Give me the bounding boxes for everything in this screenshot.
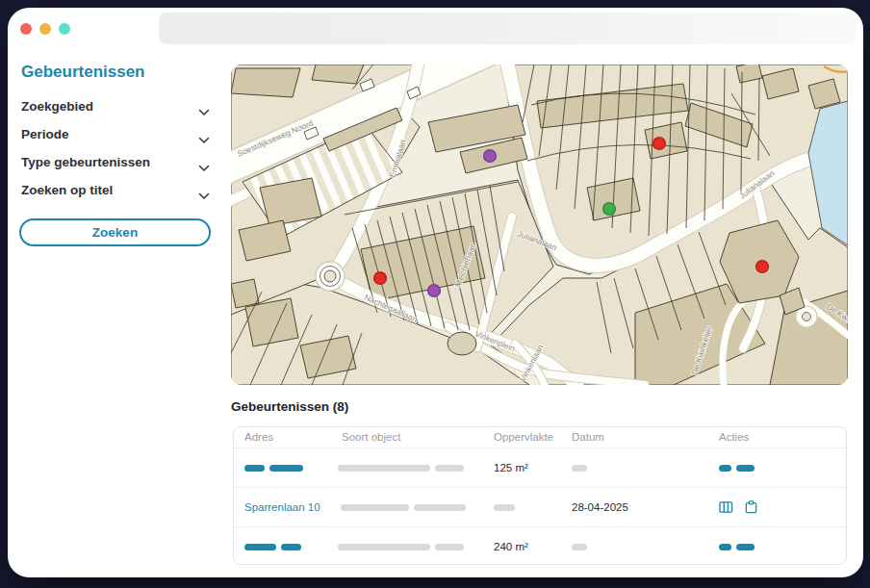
page-background: { "window": { "traffic_lights": ["#f2635… bbox=[0, 0, 870, 588]
adres-skeleton bbox=[244, 462, 308, 473]
filter-type-gebeurtenissen[interactable]: Type gebeurtenissen bbox=[21, 152, 210, 173]
soort-object-skeleton bbox=[341, 501, 471, 513]
filter-zoeken-op-titel[interactable]: Zoeken op titel bbox=[21, 180, 210, 201]
filter-label: Type gebeurtenissen bbox=[21, 155, 150, 169]
browser-window: Gebeurtenissen Zoekgebied Periode Type g… bbox=[8, 8, 863, 577]
oppervlakte-value: 125 m² bbox=[494, 462, 528, 473]
close-window-icon[interactable] bbox=[20, 23, 32, 35]
results-table: Adres Soort object Oppervlakte Datum Act… bbox=[233, 426, 847, 565]
zoeken-button[interactable]: Zoeken bbox=[19, 218, 211, 246]
oppervlakte-skeleton bbox=[494, 501, 520, 513]
page-title: Gebeurtenissen bbox=[21, 63, 145, 82]
chevron-down-icon bbox=[198, 103, 210, 120]
column-header-soort-object: Soort object bbox=[342, 427, 400, 447]
adres-link[interactable]: Sparrenlaan 10 bbox=[244, 501, 320, 513]
clipboard-icon[interactable] bbox=[744, 500, 766, 512]
chevron-down-icon bbox=[198, 159, 210, 176]
datum-value: 28-04-2025 bbox=[572, 501, 628, 513]
filter-label: Zoeken op titel bbox=[21, 183, 113, 197]
acties-skeleton bbox=[719, 541, 759, 552]
filter-zoekgebied[interactable]: Zoekgebied bbox=[21, 96, 210, 117]
acties-skeleton bbox=[719, 462, 759, 473]
filter-periode[interactable]: Periode bbox=[21, 124, 210, 145]
table-header: Adres Soort object Oppervlakte Datum Act… bbox=[234, 427, 846, 447]
datum-skeleton bbox=[572, 462, 592, 473]
chevron-down-icon bbox=[198, 187, 210, 204]
oppervlakte-value: 240 m² bbox=[494, 541, 528, 552]
column-header-datum: Datum bbox=[572, 427, 604, 447]
table-row: Sparrenlaan 10 28-04-2025 bbox=[234, 487, 846, 526]
window-controls bbox=[20, 23, 70, 35]
chevron-down-icon bbox=[198, 131, 210, 148]
map-marker-red[interactable] bbox=[756, 261, 769, 273]
adres-skeleton bbox=[244, 541, 306, 552]
map-marker-red[interactable] bbox=[653, 138, 666, 150]
map-marker-purple[interactable] bbox=[484, 150, 497, 163]
soort-object-skeleton bbox=[338, 541, 469, 552]
column-header-adres: Adres bbox=[244, 427, 273, 447]
soort-object-skeleton bbox=[338, 462, 469, 473]
table-row: 125 m² bbox=[234, 447, 846, 487]
acties-cell bbox=[719, 500, 766, 514]
browser-url-bar[interactable] bbox=[159, 13, 856, 44]
map-marker-green[interactable] bbox=[603, 203, 616, 216]
map-marker-purple[interactable] bbox=[428, 285, 441, 297]
filter-label: Zoekgebied bbox=[21, 99, 93, 114]
filter-label: Periode bbox=[21, 127, 69, 141]
results-heading: Gebeurtenissen (8) bbox=[231, 399, 348, 414]
column-header-oppervlakte: Oppervlakte bbox=[494, 427, 553, 447]
maximize-window-icon[interactable] bbox=[59, 23, 70, 35]
map-vinkenplein-green bbox=[448, 332, 476, 355]
minimize-window-icon[interactable] bbox=[39, 23, 51, 35]
datum-skeleton bbox=[572, 541, 592, 552]
column-header-acties: Acties bbox=[719, 427, 749, 447]
map-canvas[interactable]: Soestdijkseweg Noord Emmalaan Julianalaa… bbox=[231, 64, 848, 385]
table-row: 240 m² bbox=[234, 526, 846, 566]
map-icon[interactable] bbox=[719, 500, 744, 512]
map-marker-red[interactable] bbox=[374, 272, 387, 285]
